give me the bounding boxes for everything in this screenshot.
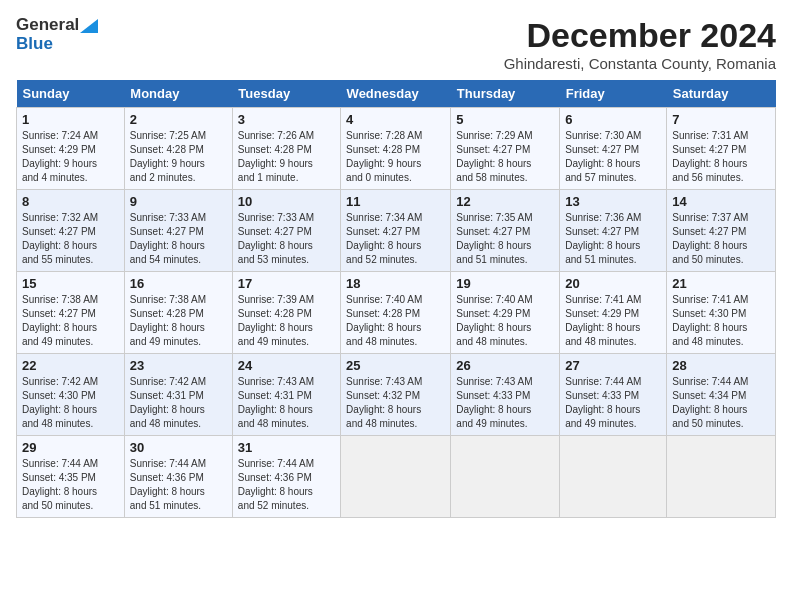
day-number: 30 (130, 440, 227, 455)
day-info: Sunrise: 7:44 AM Sunset: 4:36 PM Dayligh… (238, 457, 335, 513)
day-number: 3 (238, 112, 335, 127)
calendar-cell (451, 436, 560, 518)
day-number: 18 (346, 276, 445, 291)
calendar-cell: 9Sunrise: 7:33 AM Sunset: 4:27 PM Daylig… (124, 190, 232, 272)
calendar-cell: 24Sunrise: 7:43 AM Sunset: 4:31 PM Dayli… (232, 354, 340, 436)
day-info: Sunrise: 7:43 AM Sunset: 4:31 PM Dayligh… (238, 375, 335, 431)
weekday-header: Tuesday (232, 80, 340, 108)
calendar-cell: 29Sunrise: 7:44 AM Sunset: 4:35 PM Dayli… (17, 436, 125, 518)
logo: General Blue (16, 16, 98, 53)
day-info: Sunrise: 7:41 AM Sunset: 4:29 PM Dayligh… (565, 293, 661, 349)
day-number: 20 (565, 276, 661, 291)
day-info: Sunrise: 7:42 AM Sunset: 4:31 PM Dayligh… (130, 375, 227, 431)
day-info: Sunrise: 7:30 AM Sunset: 4:27 PM Dayligh… (565, 129, 661, 185)
weekday-header: Thursday (451, 80, 560, 108)
day-number: 22 (22, 358, 119, 373)
day-number: 14 (672, 194, 770, 209)
logo-icon (80, 15, 98, 33)
calendar-cell: 2Sunrise: 7:25 AM Sunset: 4:28 PM Daylig… (124, 108, 232, 190)
logo-general-text: General (16, 16, 79, 35)
calendar-cell: 28Sunrise: 7:44 AM Sunset: 4:34 PM Dayli… (667, 354, 776, 436)
day-info: Sunrise: 7:26 AM Sunset: 4:28 PM Dayligh… (238, 129, 335, 185)
title-block: December 2024 Ghindaresti, Constanta Cou… (504, 16, 776, 72)
calendar-cell: 21Sunrise: 7:41 AM Sunset: 4:30 PM Dayli… (667, 272, 776, 354)
weekday-header: Friday (560, 80, 667, 108)
day-number: 2 (130, 112, 227, 127)
day-number: 4 (346, 112, 445, 127)
calendar-cell: 8Sunrise: 7:32 AM Sunset: 4:27 PM Daylig… (17, 190, 125, 272)
calendar-cell (667, 436, 776, 518)
day-info: Sunrise: 7:44 AM Sunset: 4:36 PM Dayligh… (130, 457, 227, 513)
svg-marker-0 (80, 19, 98, 33)
calendar-table: SundayMondayTuesdayWednesdayThursdayFrid… (16, 80, 776, 518)
day-info: Sunrise: 7:33 AM Sunset: 4:27 PM Dayligh… (238, 211, 335, 267)
day-number: 28 (672, 358, 770, 373)
day-info: Sunrise: 7:44 AM Sunset: 4:34 PM Dayligh… (672, 375, 770, 431)
day-number: 10 (238, 194, 335, 209)
calendar-cell: 30Sunrise: 7:44 AM Sunset: 4:36 PM Dayli… (124, 436, 232, 518)
day-number: 8 (22, 194, 119, 209)
logo-blue-text: Blue (16, 35, 53, 54)
day-number: 23 (130, 358, 227, 373)
day-info: Sunrise: 7:32 AM Sunset: 4:27 PM Dayligh… (22, 211, 119, 267)
calendar-cell: 20Sunrise: 7:41 AM Sunset: 4:29 PM Dayli… (560, 272, 667, 354)
day-info: Sunrise: 7:43 AM Sunset: 4:32 PM Dayligh… (346, 375, 445, 431)
calendar-cell: 17Sunrise: 7:39 AM Sunset: 4:28 PM Dayli… (232, 272, 340, 354)
day-info: Sunrise: 7:25 AM Sunset: 4:28 PM Dayligh… (130, 129, 227, 185)
day-number: 21 (672, 276, 770, 291)
calendar-cell: 22Sunrise: 7:42 AM Sunset: 4:30 PM Dayli… (17, 354, 125, 436)
weekday-header: Sunday (17, 80, 125, 108)
day-number: 12 (456, 194, 554, 209)
calendar-cell: 7Sunrise: 7:31 AM Sunset: 4:27 PM Daylig… (667, 108, 776, 190)
calendar-cell: 10Sunrise: 7:33 AM Sunset: 4:27 PM Dayli… (232, 190, 340, 272)
day-number: 24 (238, 358, 335, 373)
calendar-cell: 11Sunrise: 7:34 AM Sunset: 4:27 PM Dayli… (341, 190, 451, 272)
day-number: 7 (672, 112, 770, 127)
day-info: Sunrise: 7:31 AM Sunset: 4:27 PM Dayligh… (672, 129, 770, 185)
day-number: 16 (130, 276, 227, 291)
day-number: 13 (565, 194, 661, 209)
calendar-week: 29Sunrise: 7:44 AM Sunset: 4:35 PM Dayli… (17, 436, 776, 518)
calendar-cell: 31Sunrise: 7:44 AM Sunset: 4:36 PM Dayli… (232, 436, 340, 518)
calendar-cell: 14Sunrise: 7:37 AM Sunset: 4:27 PM Dayli… (667, 190, 776, 272)
day-number: 25 (346, 358, 445, 373)
calendar-week: 1Sunrise: 7:24 AM Sunset: 4:29 PM Daylig… (17, 108, 776, 190)
day-number: 17 (238, 276, 335, 291)
calendar-week: 15Sunrise: 7:38 AM Sunset: 4:27 PM Dayli… (17, 272, 776, 354)
calendar-cell: 12Sunrise: 7:35 AM Sunset: 4:27 PM Dayli… (451, 190, 560, 272)
day-info: Sunrise: 7:44 AM Sunset: 4:35 PM Dayligh… (22, 457, 119, 513)
calendar-cell: 5Sunrise: 7:29 AM Sunset: 4:27 PM Daylig… (451, 108, 560, 190)
day-number: 5 (456, 112, 554, 127)
day-number: 9 (130, 194, 227, 209)
day-info: Sunrise: 7:38 AM Sunset: 4:28 PM Dayligh… (130, 293, 227, 349)
day-info: Sunrise: 7:33 AM Sunset: 4:27 PM Dayligh… (130, 211, 227, 267)
calendar-cell: 3Sunrise: 7:26 AM Sunset: 4:28 PM Daylig… (232, 108, 340, 190)
calendar-cell (341, 436, 451, 518)
page-header: General Blue December 2024 Ghindaresti, … (16, 16, 776, 72)
calendar-cell (560, 436, 667, 518)
calendar-cell: 4Sunrise: 7:28 AM Sunset: 4:28 PM Daylig… (341, 108, 451, 190)
day-number: 15 (22, 276, 119, 291)
day-info: Sunrise: 7:41 AM Sunset: 4:30 PM Dayligh… (672, 293, 770, 349)
weekday-header: Wednesday (341, 80, 451, 108)
day-info: Sunrise: 7:44 AM Sunset: 4:33 PM Dayligh… (565, 375, 661, 431)
calendar-cell: 13Sunrise: 7:36 AM Sunset: 4:27 PM Dayli… (560, 190, 667, 272)
calendar-cell: 15Sunrise: 7:38 AM Sunset: 4:27 PM Dayli… (17, 272, 125, 354)
calendar-cell: 16Sunrise: 7:38 AM Sunset: 4:28 PM Dayli… (124, 272, 232, 354)
calendar-cell: 27Sunrise: 7:44 AM Sunset: 4:33 PM Dayli… (560, 354, 667, 436)
day-info: Sunrise: 7:40 AM Sunset: 4:28 PM Dayligh… (346, 293, 445, 349)
weekday-header: Saturday (667, 80, 776, 108)
day-number: 6 (565, 112, 661, 127)
calendar-cell: 26Sunrise: 7:43 AM Sunset: 4:33 PM Dayli… (451, 354, 560, 436)
month-title: December 2024 (504, 16, 776, 55)
calendar-cell: 19Sunrise: 7:40 AM Sunset: 4:29 PM Dayli… (451, 272, 560, 354)
day-info: Sunrise: 7:34 AM Sunset: 4:27 PM Dayligh… (346, 211, 445, 267)
calendar-cell: 6Sunrise: 7:30 AM Sunset: 4:27 PM Daylig… (560, 108, 667, 190)
day-info: Sunrise: 7:37 AM Sunset: 4:27 PM Dayligh… (672, 211, 770, 267)
day-info: Sunrise: 7:39 AM Sunset: 4:28 PM Dayligh… (238, 293, 335, 349)
calendar-week: 8Sunrise: 7:32 AM Sunset: 4:27 PM Daylig… (17, 190, 776, 272)
day-info: Sunrise: 7:40 AM Sunset: 4:29 PM Dayligh… (456, 293, 554, 349)
calendar-header: SundayMondayTuesdayWednesdayThursdayFrid… (17, 80, 776, 108)
day-number: 27 (565, 358, 661, 373)
day-number: 19 (456, 276, 554, 291)
